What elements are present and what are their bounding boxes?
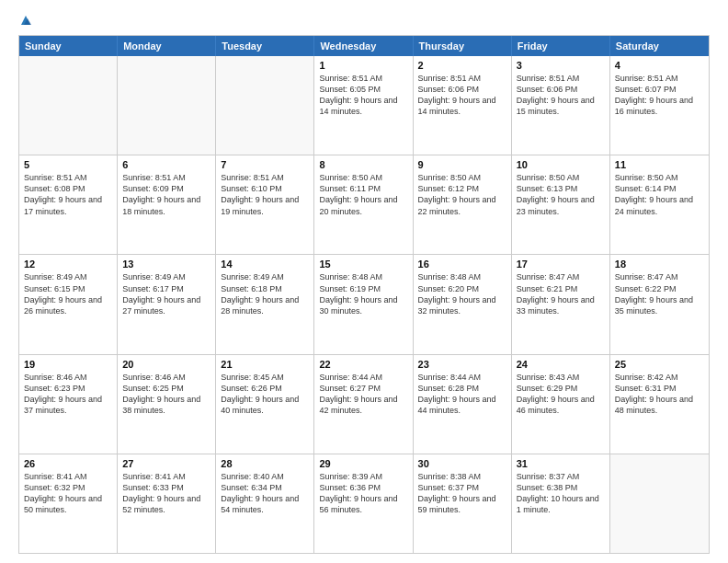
- day-number: 29: [319, 458, 407, 469]
- day-info: Sunrise: 8:37 AM Sunset: 6:38 PM Dayligh…: [517, 471, 605, 516]
- header-day-sunday: Sunday: [19, 36, 118, 56]
- day-number: 22: [319, 359, 407, 370]
- day-info: Sunrise: 8:47 AM Sunset: 6:21 PM Dayligh…: [517, 271, 605, 316]
- day-number: 21: [221, 359, 309, 370]
- day-number: 8: [319, 159, 407, 170]
- page: SundayMondayTuesdayWednesdayThursdayFrid…: [0, 0, 728, 563]
- day-cell-24: 24Sunrise: 8:43 AM Sunset: 6:29 PM Dayli…: [512, 355, 610, 454]
- day-cell-10: 10Sunrise: 8:50 AM Sunset: 6:13 PM Dayli…: [512, 155, 610, 254]
- day-number: 5: [24, 159, 112, 170]
- day-number: 18: [615, 259, 704, 270]
- day-number: 6: [122, 159, 210, 170]
- day-number: 3: [517, 60, 605, 71]
- day-number: 1: [319, 60, 407, 71]
- day-cell-5: 5Sunrise: 8:51 AM Sunset: 6:08 PM Daylig…: [19, 155, 118, 254]
- day-info: Sunrise: 8:46 AM Sunset: 6:23 PM Dayligh…: [24, 372, 112, 417]
- day-cell-14: 14Sunrise: 8:49 AM Sunset: 6:18 PM Dayli…: [216, 255, 314, 353]
- day-cell-7: 7Sunrise: 8:51 AM Sunset: 6:10 PM Daylig…: [216, 155, 314, 254]
- day-info: Sunrise: 8:44 AM Sunset: 6:28 PM Dayligh…: [418, 372, 506, 417]
- day-cell-3: 3Sunrise: 8:51 AM Sunset: 6:06 PM Daylig…: [512, 56, 610, 155]
- day-info: Sunrise: 8:41 AM Sunset: 6:33 PM Dayligh…: [122, 471, 210, 516]
- day-info: Sunrise: 8:48 AM Sunset: 6:19 PM Dayligh…: [319, 271, 407, 316]
- day-number: 2: [418, 60, 506, 71]
- day-number: 17: [517, 259, 605, 270]
- day-cell-8: 8Sunrise: 8:50 AM Sunset: 6:11 PM Daylig…: [314, 155, 413, 254]
- day-number: 25: [615, 359, 704, 370]
- calendar-row-2: 12Sunrise: 8:49 AM Sunset: 6:15 PM Dayli…: [19, 254, 709, 353]
- day-cell-6: 6Sunrise: 8:51 AM Sunset: 6:09 PM Daylig…: [118, 155, 216, 254]
- day-cell-31: 31Sunrise: 8:37 AM Sunset: 6:38 PM Dayli…: [512, 454, 610, 553]
- day-info: Sunrise: 8:50 AM Sunset: 6:11 PM Dayligh…: [319, 172, 407, 217]
- day-number: 23: [418, 359, 506, 370]
- day-cell-2: 2Sunrise: 8:51 AM Sunset: 6:06 PM Daylig…: [414, 56, 512, 155]
- logo: [18, 17, 32, 26]
- day-number: 11: [615, 159, 704, 170]
- day-info: Sunrise: 8:51 AM Sunset: 6:06 PM Dayligh…: [418, 73, 506, 118]
- day-cell-28: 28Sunrise: 8:40 AM Sunset: 6:34 PM Dayli…: [216, 454, 314, 553]
- day-cell-26: 26Sunrise: 8:41 AM Sunset: 6:32 PM Dayli…: [19, 454, 118, 553]
- day-cell-18: 18Sunrise: 8:47 AM Sunset: 6:22 PM Dayli…: [610, 255, 709, 353]
- day-cell-27: 27Sunrise: 8:41 AM Sunset: 6:33 PM Dayli…: [118, 454, 216, 553]
- empty-cell: [19, 56, 118, 155]
- day-cell-1: 1Sunrise: 8:51 AM Sunset: 6:05 PM Daylig…: [314, 56, 413, 155]
- calendar-row-4: 26Sunrise: 8:41 AM Sunset: 6:32 PM Dayli…: [19, 454, 709, 553]
- calendar-row-1: 5Sunrise: 8:51 AM Sunset: 6:08 PM Daylig…: [19, 155, 709, 254]
- header-day-wednesday: Wednesday: [314, 36, 413, 56]
- day-cell-19: 19Sunrise: 8:46 AM Sunset: 6:23 PM Dayli…: [19, 355, 118, 454]
- header-day-thursday: Thursday: [414, 36, 512, 56]
- day-number: 15: [319, 259, 407, 270]
- day-cell-30: 30Sunrise: 8:38 AM Sunset: 6:37 PM Dayli…: [414, 454, 512, 553]
- day-info: Sunrise: 8:50 AM Sunset: 6:14 PM Dayligh…: [615, 172, 704, 217]
- day-info: Sunrise: 8:39 AM Sunset: 6:36 PM Dayligh…: [319, 471, 407, 516]
- day-number: 20: [122, 359, 210, 370]
- day-info: Sunrise: 8:51 AM Sunset: 6:09 PM Dayligh…: [122, 172, 210, 217]
- day-number: 7: [221, 159, 309, 170]
- day-cell-25: 25Sunrise: 8:42 AM Sunset: 6:31 PM Dayli…: [610, 355, 709, 454]
- day-number: 12: [24, 259, 112, 270]
- day-info: Sunrise: 8:49 AM Sunset: 6:15 PM Dayligh…: [24, 271, 112, 316]
- day-number: 4: [615, 60, 704, 71]
- header-day-saturday: Saturday: [610, 36, 709, 56]
- day-number: 28: [221, 458, 309, 469]
- logo-icon: [19, 14, 32, 27]
- day-cell-17: 17Sunrise: 8:47 AM Sunset: 6:21 PM Dayli…: [512, 255, 610, 353]
- day-info: Sunrise: 8:49 AM Sunset: 6:18 PM Dayligh…: [221, 271, 309, 316]
- day-info: Sunrise: 8:50 AM Sunset: 6:13 PM Dayligh…: [517, 172, 605, 217]
- calendar-body: 1Sunrise: 8:51 AM Sunset: 6:05 PM Daylig…: [19, 56, 709, 553]
- day-info: Sunrise: 8:51 AM Sunset: 6:06 PM Dayligh…: [517, 73, 605, 118]
- empty-cell: [118, 56, 216, 155]
- day-info: Sunrise: 8:44 AM Sunset: 6:27 PM Dayligh…: [319, 372, 407, 417]
- day-cell-11: 11Sunrise: 8:50 AM Sunset: 6:14 PM Dayli…: [610, 155, 709, 254]
- empty-cell: [610, 454, 709, 553]
- header-day-tuesday: Tuesday: [216, 36, 314, 56]
- day-number: 24: [517, 359, 605, 370]
- day-number: 14: [221, 259, 309, 270]
- day-info: Sunrise: 8:51 AM Sunset: 6:05 PM Dayligh…: [319, 73, 407, 118]
- day-cell-15: 15Sunrise: 8:48 AM Sunset: 6:19 PM Dayli…: [314, 255, 413, 353]
- day-number: 19: [24, 359, 112, 370]
- day-info: Sunrise: 8:43 AM Sunset: 6:29 PM Dayligh…: [517, 372, 605, 417]
- day-info: Sunrise: 8:47 AM Sunset: 6:22 PM Dayligh…: [615, 271, 704, 316]
- day-number: 16: [418, 259, 506, 270]
- day-cell-9: 9Sunrise: 8:50 AM Sunset: 6:12 PM Daylig…: [414, 155, 512, 254]
- calendar: SundayMondayTuesdayWednesdayThursdayFrid…: [18, 35, 710, 554]
- day-number: 27: [122, 458, 210, 469]
- day-info: Sunrise: 8:48 AM Sunset: 6:20 PM Dayligh…: [418, 271, 506, 316]
- day-info: Sunrise: 8:46 AM Sunset: 6:25 PM Dayligh…: [122, 372, 210, 417]
- calendar-row-3: 19Sunrise: 8:46 AM Sunset: 6:23 PM Dayli…: [19, 354, 709, 454]
- day-number: 26: [24, 458, 112, 469]
- day-info: Sunrise: 8:40 AM Sunset: 6:34 PM Dayligh…: [221, 471, 309, 516]
- day-info: Sunrise: 8:42 AM Sunset: 6:31 PM Dayligh…: [615, 372, 704, 417]
- day-number: 10: [517, 159, 605, 170]
- day-number: 30: [418, 458, 506, 469]
- calendar-row-0: 1Sunrise: 8:51 AM Sunset: 6:05 PM Daylig…: [19, 56, 709, 155]
- day-info: Sunrise: 8:49 AM Sunset: 6:17 PM Dayligh…: [122, 271, 210, 316]
- day-info: Sunrise: 8:45 AM Sunset: 6:26 PM Dayligh…: [221, 372, 309, 417]
- day-cell-22: 22Sunrise: 8:44 AM Sunset: 6:27 PM Dayli…: [314, 355, 413, 454]
- empty-cell: [216, 56, 314, 155]
- header-day-monday: Monday: [118, 36, 216, 56]
- day-info: Sunrise: 8:51 AM Sunset: 6:07 PM Dayligh…: [615, 73, 704, 118]
- day-cell-20: 20Sunrise: 8:46 AM Sunset: 6:25 PM Dayli…: [118, 355, 216, 454]
- day-cell-13: 13Sunrise: 8:49 AM Sunset: 6:17 PM Dayli…: [118, 255, 216, 353]
- day-cell-21: 21Sunrise: 8:45 AM Sunset: 6:26 PM Dayli…: [216, 355, 314, 454]
